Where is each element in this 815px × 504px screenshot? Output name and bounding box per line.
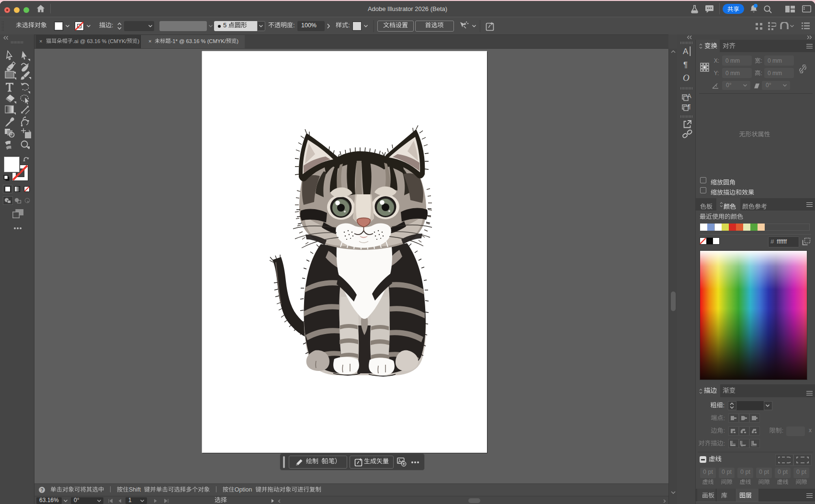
svg-text:¶: ¶ <box>683 60 688 69</box>
svg-text:O: O <box>683 73 690 83</box>
svg-text:A: A <box>687 92 691 100</box>
svg-text:¶: ¶ <box>688 103 690 110</box>
svg-text:A: A <box>683 47 689 56</box>
